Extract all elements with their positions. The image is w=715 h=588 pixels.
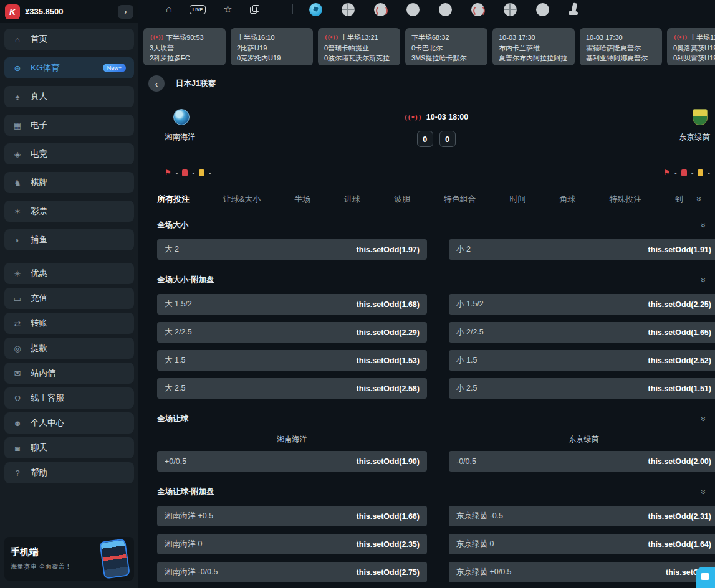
odds-button[interactable]: 小 2.5 this.setOdd(1.51) (449, 378, 715, 399)
odds-button[interactable]: 小 2 this.setOdd(1.91) (449, 239, 715, 260)
sidebar-item-chess[interactable]: ♞ 棋牌 (4, 172, 134, 193)
collapse-icon[interactable]: » (699, 417, 709, 422)
odds-button[interactable]: 湘南海洋 0 this.setOdd(2.35) (157, 534, 427, 554)
sidebar-item-support[interactable]: Ω 线上客服 (4, 387, 134, 409)
sidebar-item-help[interactable]: ? 帮助 (4, 462, 134, 483)
badminton-icon[interactable] (406, 3, 420, 16)
odds-label: -0/0.5 (456, 457, 476, 466)
live-match-card[interactable]: ((•))上半场13:21 0普瑞卡帕提亚 0波尔塔瓦沃尔斯克拉 (318, 28, 400, 65)
volleyball-icon[interactable] (504, 3, 517, 16)
basketball-icon[interactable] (342, 3, 355, 16)
sidebar-nav-main: ⌂ 首页 ⊛ KG体育 New+ ♠ 真人 ▦ 电子 ◈ 电竞 ♞ 棋牌 ✶ 彩… (0, 23, 138, 250)
odds-value: this.setOdd(1.97) (357, 245, 420, 254)
odds-button[interactable]: 大 1.5 this.setOdd(1.53) (157, 350, 427, 371)
tab-more[interactable]: 到 (675, 194, 683, 205)
live-match-card[interactable]: 上半场16:10 2比萨U19 0克罗托内U19 (231, 28, 313, 65)
sidebar-item-deposit[interactable]: ▭ 充值 (4, 288, 134, 309)
odds-button[interactable]: 小 1.5 this.setOdd(2.52) (449, 350, 715, 371)
tab-correct-score[interactable]: 波胆 (394, 194, 410, 205)
table-tennis-icon[interactable] (439, 3, 452, 16)
match-status: 10-03 17:30 (499, 32, 535, 43)
odds-label: 小 2/2.5 (456, 327, 484, 338)
match-away: 0克罗托内U19 (237, 53, 307, 64)
rugby-icon[interactable] (471, 3, 484, 16)
odds-button[interactable]: 大 1.5/2 this.setOdd(1.68) (157, 294, 427, 315)
golf-icon[interactable] (536, 3, 549, 16)
tab-half[interactable]: 半场 (294, 194, 310, 205)
mobile-app-banner[interactable]: 手机端 海量赛事 全面覆盖！ (4, 537, 134, 581)
sidebar-item-withdraw[interactable]: ◎ 提款 (4, 338, 134, 359)
sidebar-item-transfer[interactable]: ⇄ 转账 (4, 313, 134, 334)
card-icon: ▭ (12, 294, 22, 303)
odds-label: 小 2 (456, 244, 471, 255)
sidebar-item-esports[interactable]: ◈ 电竞 (4, 143, 134, 164)
odds-button[interactable]: 湘南海洋 -0/0.5 this.setOdd(2.75) (157, 562, 427, 582)
live-match-card[interactable]: ((•))上半场11:26 0奥洛莫茨U19 0利贝雷茨U19 (667, 28, 715, 65)
stat-value: - (176, 169, 178, 176)
odds-button[interactable]: -0/0.5 this.setOdd(2.00) (449, 451, 715, 472)
odds-button[interactable]: 大 2 this.setOdd(1.97) (157, 239, 427, 260)
odds-label: 湘南海洋 +0.5 (165, 511, 213, 521)
odds-button[interactable]: 东京绿茵 +0/0.5 this.setOdd( (449, 562, 715, 582)
tab-all-bets[interactable]: 所有投注 (157, 194, 190, 205)
odds-label: 小 1.5/2 (456, 299, 484, 310)
stat-value: - (691, 169, 694, 176)
soccer-icon[interactable] (309, 3, 322, 16)
collapse-icon[interactable]: » (699, 223, 709, 228)
tab-corners[interactable]: 角球 (559, 194, 575, 205)
sidebar-item-lottery[interactable]: ✶ 彩票 (4, 201, 134, 222)
sidebar-item-slots[interactable]: ▦ 电子 (4, 115, 134, 136)
odds-button[interactable]: +0/0.5 this.setOdd(1.90) (157, 451, 427, 472)
back-button[interactable]: ‹ (148, 75, 165, 92)
live-match-card[interactable]: 10-03 17:30 布内卡兰萨维 夏普尔布内阿拉拉阿拉 (492, 28, 575, 65)
match-header: 湘南海洋 ((•)) 10-03 18:00 0 0 东京绿茵 ⚑ - (157, 105, 715, 178)
odds-button[interactable]: 湘南海洋 +0.5 this.setOdd(1.66) (157, 506, 427, 526)
odds-button[interactable]: 大 2.5 this.setOdd(2.58) (157, 378, 427, 399)
odds-button[interactable]: 大 2/2.5 this.setOdd(2.29) (157, 322, 427, 343)
column-header-away: 东京绿茵 (449, 434, 715, 445)
live-match-card[interactable]: 下半场68:32 0卡巴北尔 3MS提拉哈卡默尔 (405, 28, 487, 65)
tab-time[interactable]: 时间 (510, 194, 526, 205)
kick-icon[interactable] (569, 3, 578, 16)
sidebar-item-inbox[interactable]: ✉ 站内信 (4, 363, 134, 384)
wallet-expand-button[interactable]: › (118, 5, 133, 19)
sidebar-item-fishing[interactable]: ◗ 捕鱼 (4, 229, 134, 250)
tab-goals[interactable]: 进球 (344, 194, 360, 205)
tab-handicap-ou[interactable]: 让球&大小 (223, 194, 261, 205)
live-icon[interactable]: LIVE (190, 5, 206, 14)
match-detail: ‹ 日本J1联赛 湘南海洋 ((•)) 10-03 18:00 0 0 东京 (138, 75, 715, 582)
odds-label: 东京绿茵 0 (456, 539, 494, 549)
odds-button[interactable]: 小 2/2.5 this.setOdd(1.65) (449, 322, 715, 343)
tab-specials-combo[interactable]: 特色组合 (444, 194, 476, 205)
sidebar-item-kg-sports[interactable]: ⊛ KG体育 New+ (4, 57, 134, 78)
sidebar-item-label: 棋牌 (31, 177, 47, 188)
baseball-icon[interactable] (374, 3, 387, 16)
tabs-expand-icon[interactable]: » (694, 197, 704, 202)
sidebar-item-promotions[interactable]: ✳ 优惠 (4, 263, 134, 284)
lottery-icon: ✶ (12, 207, 22, 216)
customer-service-button[interactable] (696, 567, 715, 588)
sidebar-item-live-casino[interactable]: ♠ 真人 (4, 86, 134, 107)
collapse-icon[interactable]: » (699, 490, 709, 495)
copy-icon[interactable] (250, 5, 259, 14)
odds-button[interactable]: 小 1.5/2 this.setOdd(2.25) (449, 294, 715, 315)
star-icon[interactable]: ☆ (223, 4, 232, 14)
odds-value: this.setOdd(2.52) (648, 356, 711, 365)
stat-value: - (674, 169, 677, 176)
sidebar-item-chat[interactable]: ◙ 聊天 (4, 437, 134, 458)
live-match-card[interactable]: ((•))下半场90:53 3大坎普 2科罗拉多FC (143, 28, 226, 65)
odds-label: 湘南海洋 -0/0.5 (165, 567, 218, 577)
odds-button[interactable]: 东京绿茵 0 this.setOdd(1.64) (449, 534, 715, 554)
home-icon[interactable]: ⌂ (166, 4, 172, 14)
live-match-card[interactable]: 10-03 17:30 霍德哈萨隆夏普尔 基利亚特阿娜夏普尔 (580, 28, 662, 65)
sidebar-item-home[interactable]: ⌂ 首页 (4, 29, 134, 50)
odds-value: this.setOdd(1.51) (648, 384, 711, 393)
odds-button[interactable]: 东京绿茵 -0.5 this.setOdd(2.31) (449, 506, 715, 526)
sidebar-item-profile[interactable]: ☻ 个人中心 (4, 412, 134, 434)
match-away: 2科罗拉多FC (150, 53, 219, 64)
yellow-card-icon (698, 169, 703, 176)
home-icon: ⌂ (12, 35, 22, 44)
tab-special-bets[interactable]: 特殊投注 (609, 194, 641, 205)
odds-label: 大 2/2.5 (165, 327, 192, 338)
collapse-icon[interactable]: » (699, 278, 709, 283)
